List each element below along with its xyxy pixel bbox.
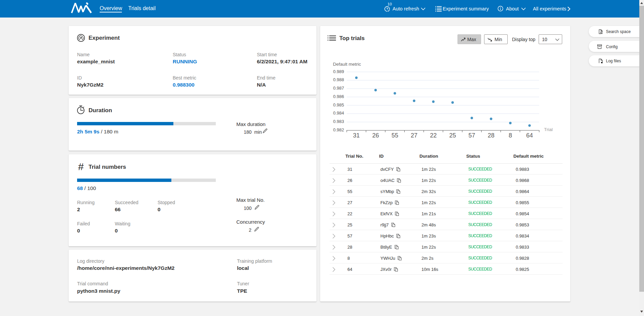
- svg-text:Default metric: Default metric: [333, 62, 361, 67]
- svg-text:27: 27: [411, 132, 417, 139]
- svg-text:0.985: 0.985: [333, 102, 344, 107]
- svg-text:Trial: Trial: [544, 127, 553, 132]
- svg-text:0.988: 0.988: [333, 77, 344, 82]
- svg-text:64: 64: [526, 132, 533, 139]
- svg-text:8: 8: [509, 132, 512, 139]
- svg-text:25: 25: [449, 132, 456, 139]
- svg-text:0.983: 0.983: [333, 119, 344, 124]
- svg-text:0.986: 0.986: [333, 94, 344, 99]
- svg-text:22: 22: [430, 132, 437, 139]
- svg-text:26: 26: [372, 132, 379, 139]
- svg-text:31: 31: [353, 132, 360, 139]
- svg-text:28: 28: [488, 132, 495, 139]
- svg-text:55: 55: [392, 132, 398, 139]
- svg-text:0.982: 0.982: [333, 127, 344, 132]
- svg-text:0.987: 0.987: [333, 86, 344, 91]
- svg-text:57: 57: [468, 132, 475, 139]
- svg-text:0.984: 0.984: [333, 110, 344, 116]
- svg-text:0.989: 0.989: [333, 69, 344, 74]
